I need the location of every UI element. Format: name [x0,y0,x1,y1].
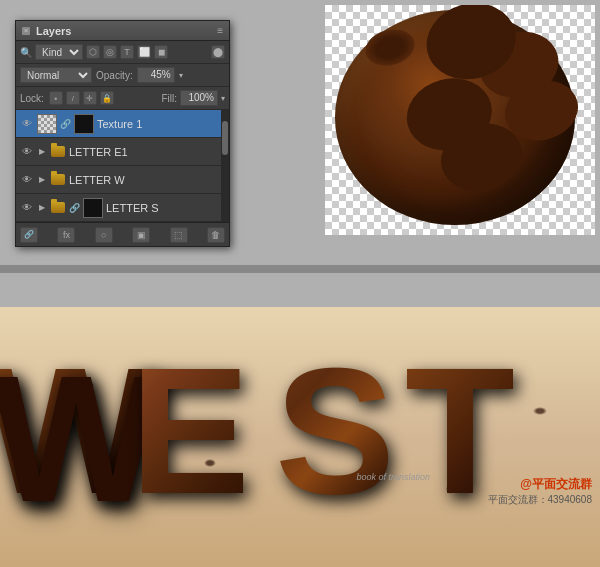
layer-item-letter-s[interactable]: 👁 ▶ 🔗 LETTER S [16,194,229,222]
panel-title: Layers [36,25,71,37]
layer-chain-letter-s: 🔗 [69,203,80,213]
filter-type-icon[interactable]: T [120,45,134,59]
layer-expand-letter-s[interactable]: ▶ [37,203,47,213]
letter-e-display: E [130,327,250,534]
delete-layer-button[interactable]: 🗑 [207,227,225,243]
filter-shape-icon[interactable]: ⬜ [137,45,151,59]
panel-menu-icon[interactable]: ≡ [217,25,223,36]
layer-folder-letter-w [50,173,66,187]
filter-search-icon: 🔍 [20,47,32,58]
blend-mode-select[interactable]: Normal [20,67,92,83]
canvas-area: W E S T book of translation @平面交流群 平面交流群… [0,0,600,567]
fx-button[interactable]: fx [57,227,75,243]
fill-arrow-icon: ▾ [221,94,225,103]
letter-s-display: S [275,327,395,534]
layer-folder-letter-s [50,201,66,215]
layer-thumb-letter-s [83,198,103,218]
lock-move-icon[interactable]: ✛ [83,91,97,105]
layers-scrollbar-thumb [222,121,228,155]
layer-item-texture1[interactable]: 👁 🔗 Texture 1 [16,110,229,138]
layer-eye-letter-w[interactable]: 👁 [20,173,34,187]
lock-label: Lock: [20,93,44,104]
layer-name-letter-s: LETTER S [106,202,225,214]
opacity-arrow-icon: ▾ [179,71,183,80]
filter-toggle[interactable]: ⬤ [211,45,225,59]
layer-thumb-texture1-left [37,114,57,134]
filter-smart-icon[interactable]: ◼ [154,45,168,59]
layers-list: 👁 🔗 Texture 1 👁 ▶ LETTER E1 👁 ▶ [16,110,229,222]
lock-all-icon[interactable]: 🔒 [100,91,114,105]
layer-chain-texture1: 🔗 [60,119,71,129]
layer-expand-letter-w[interactable]: ▶ [37,175,47,185]
new-layer-button[interactable]: ⬚ [170,227,188,243]
layer-expand-letter-e1[interactable]: ▶ [37,147,47,157]
layer-item-letter-e1[interactable]: 👁 ▶ LETTER E1 [16,138,229,166]
layer-eye-letter-s[interactable]: 👁 [20,201,34,215]
lock-brush-icon[interactable]: / [66,91,80,105]
cookie-image [335,10,575,225]
layer-item-letter-w[interactable]: 👁 ▶ LETTER W [16,166,229,194]
layers-scrollbar[interactable] [221,110,229,222]
layer-thumb-texture1-right [74,114,94,134]
filter-kind-select[interactable]: Kind [35,44,83,60]
new-group-button[interactable]: ▣ [132,227,150,243]
filter-pixel-icon[interactable]: ⬡ [86,45,100,59]
cookie-area [325,5,595,235]
add-mask-button[interactable]: ○ [95,227,113,243]
watermark-site-text: @平面交流群 [488,476,593,493]
panel-close-button[interactable]: × [22,27,30,35]
fill-input[interactable]: 100% [180,90,218,106]
panel-title-left: × Layers [22,25,71,37]
opacity-input[interactable]: 45% [137,67,175,83]
lock-pixel-icon[interactable]: ▪ [49,91,63,105]
layer-name-texture1: Texture 1 [97,118,225,130]
watermark-area: @平面交流群 平面交流群：43940608 [488,476,593,507]
layer-folder-letter-e1 [50,145,66,159]
layer-eye-letter-e1[interactable]: 👁 [20,145,34,159]
book-of-translation-text: book of translation [356,472,430,482]
panel-titlebar: × Layers ≡ [16,21,229,41]
bottom-scene: W E S T book of translation @平面交流群 平面交流群… [0,307,600,567]
layer-name-letter-w: LETTER W [69,174,225,186]
lock-row: Lock: ▪ / ✛ 🔒 Fill: 100% ▾ [16,87,229,110]
blend-mode-row: Normal Opacity: 45% ▾ [16,64,229,87]
layers-panel: × Layers ≡ 🔍 Kind ⬡ ◎ T ⬜ ◼ ⬤ Normal Opa… [15,20,230,247]
filter-adjust-icon[interactable]: ◎ [103,45,117,59]
mid-divider [0,265,600,273]
layer-name-letter-e1: LETTER E1 [69,146,225,158]
filter-row: 🔍 Kind ⬡ ◎ T ⬜ ◼ ⬤ [16,41,229,64]
link-button[interactable]: 🔗 [20,227,38,243]
layer-eye-texture1[interactable]: 👁 [20,117,34,131]
fill-label: Fill: [161,93,177,104]
opacity-label: Opacity: [96,70,133,81]
watermark-group-text: 平面交流群：43940608 [488,493,593,507]
panel-bottom-toolbar: 🔗 fx ○ ▣ ⬚ 🗑 [16,222,229,246]
